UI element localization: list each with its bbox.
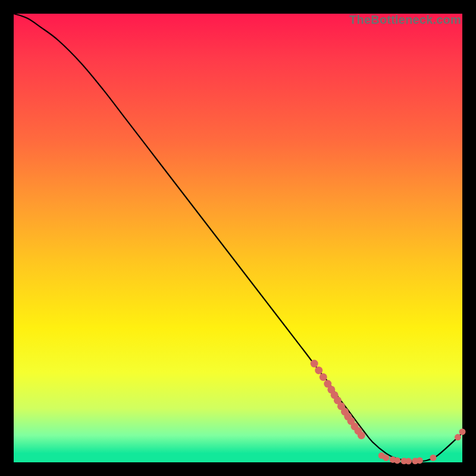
data-marker	[394, 457, 400, 464]
chart-overlay	[14, 14, 462, 462]
data-marker	[311, 360, 318, 368]
data-marker	[320, 373, 327, 381]
data-marker	[358, 431, 365, 439]
data-marker	[315, 367, 322, 374]
bottleneck-curve	[14, 14, 462, 462]
data-marker	[455, 434, 461, 440]
chart-stage: TheBottleneck.com	[0, 0, 476, 476]
plot-area: TheBottleneck.com	[14, 14, 462, 462]
data-marker	[416, 457, 423, 464]
marker-layer	[311, 360, 466, 465]
data-marker	[459, 428, 466, 435]
data-marker	[430, 455, 436, 461]
data-marker	[383, 455, 389, 461]
data-marker	[405, 458, 412, 465]
